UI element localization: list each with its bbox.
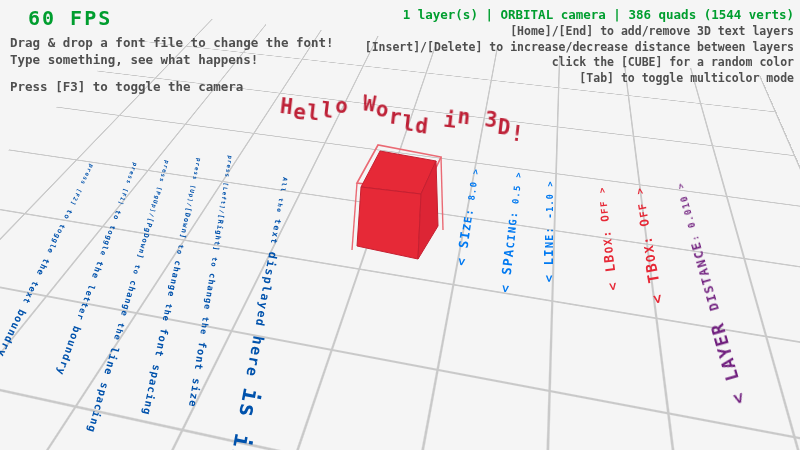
- hint-type-something: Type something, see what happens!: [10, 52, 258, 67]
- fps-counter: 60 FPS: [28, 6, 112, 30]
- hint-toggle-camera: Press [F3] to toggle the camera: [10, 79, 243, 94]
- raylib-3d-text-demo-window[interactable]: press [F2] to toggle the text boundry pr…: [0, 0, 800, 450]
- cube-wire-right-edge: [441, 157, 443, 230]
- status-bar: 1 layer(s) | ORBITAL camera | 386 quads …: [403, 7, 794, 22]
- cube-wire-left-edge: [352, 183, 357, 250]
- cube-face-front: [357, 187, 421, 259]
- hint-cube-color: click the [CUBE] for a random color: [365, 55, 794, 71]
- hint-multicolor: [Tab] to toggle multicolor mode: [365, 71, 794, 87]
- hint-drag-drop: Drag & drop a font file to change the fo…: [10, 35, 334, 50]
- hint-layer-distance: [Insert]/[Delete] to increase/decrease d…: [365, 40, 794, 56]
- cube[interactable]: [350, 140, 450, 270]
- right-hints: [Home]/[End] to add/remove 3D text layer…: [365, 24, 794, 86]
- hint-layers: [Home]/[End] to add/remove 3D text layer…: [365, 24, 794, 40]
- option-line: < LINE: -1.0 >: [532, 180, 565, 312]
